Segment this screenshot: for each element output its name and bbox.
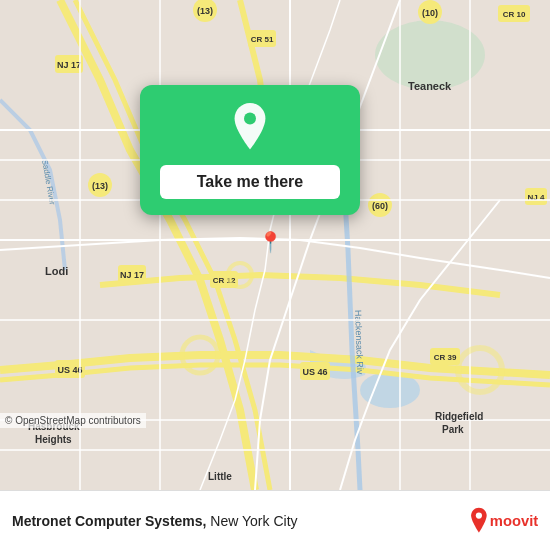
svg-text:moovit: moovit	[490, 513, 538, 529]
moovit-logo: moovit	[468, 506, 538, 536]
svg-text:US 46: US 46	[302, 367, 327, 377]
map-attribution: © OpenStreetMap contributors	[0, 413, 146, 428]
svg-text:Ridgefield: Ridgefield	[435, 411, 483, 422]
svg-text:Little: Little	[208, 471, 232, 482]
map-container: NJ 17 NJ 17 US 46 US 46 CR 12 CR 51 (13)…	[0, 0, 550, 490]
svg-text:Teaneck: Teaneck	[408, 80, 452, 92]
moovit-logo-svg: moovit	[468, 506, 538, 536]
map-location-pin: 📍	[258, 230, 283, 254]
svg-point-54	[244, 112, 256, 124]
svg-text:US 46: US 46	[57, 365, 82, 375]
popup-card: Take me there	[140, 85, 360, 215]
svg-text:Heights: Heights	[35, 434, 72, 445]
take-me-there-button[interactable]: Take me there	[160, 165, 340, 199]
svg-text:Lodi: Lodi	[45, 265, 68, 277]
svg-point-55	[476, 512, 482, 518]
svg-text:(10): (10)	[422, 8, 438, 18]
location-city: New York City	[206, 513, 297, 529]
svg-text:Park: Park	[442, 424, 464, 435]
svg-text:(60): (60)	[372, 201, 388, 211]
location-title-bold: Metronet Computer Systems,	[12, 513, 206, 529]
svg-text:CR 51: CR 51	[251, 35, 274, 44]
location-pin-icon	[226, 103, 274, 151]
svg-text:NJ 17: NJ 17	[57, 60, 81, 70]
svg-text:(13): (13)	[92, 181, 108, 191]
svg-text:CR 10: CR 10	[503, 10, 526, 19]
location-title: Metronet Computer Systems, New York City	[12, 513, 298, 529]
svg-text:(13): (13)	[197, 6, 213, 16]
bottom-bar: Metronet Computer Systems, New York City…	[0, 490, 550, 550]
svg-text:CR 39: CR 39	[434, 353, 457, 362]
